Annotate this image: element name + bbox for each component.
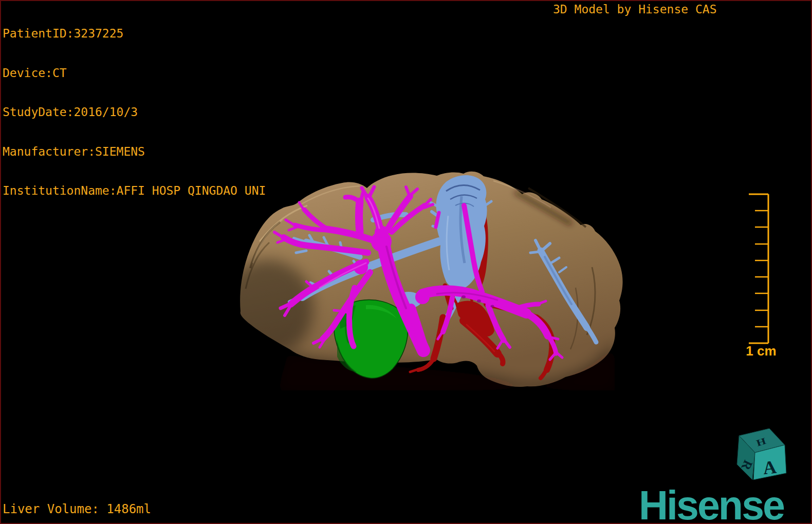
viewport-border <box>0 0 812 524</box>
